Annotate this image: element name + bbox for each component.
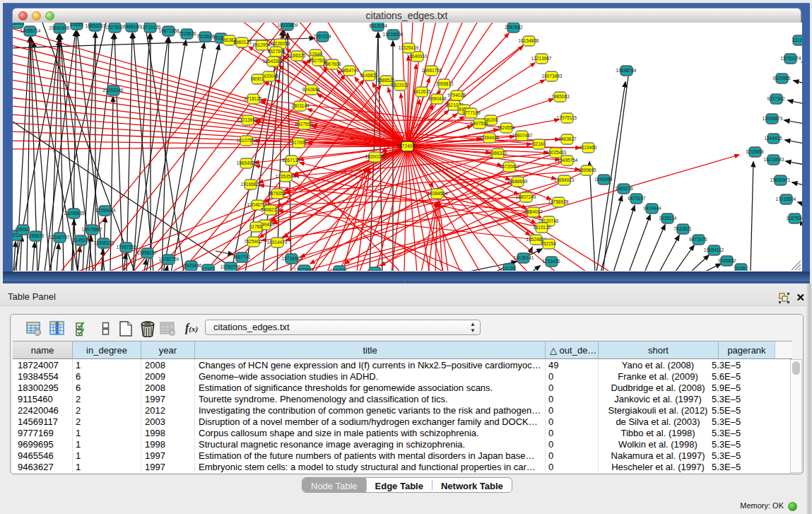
- svg-text:9474444: 9474444: [643, 206, 661, 211]
- svg-text:3824554: 3824554: [497, 125, 515, 130]
- svg-text:18724007: 18724007: [397, 144, 418, 148]
- svg-text:8322037: 8322037: [391, 83, 409, 88]
- svg-text:2935114: 2935114: [659, 216, 677, 221]
- svg-text:8813054: 8813054: [369, 23, 387, 28]
- svg-text:12213967: 12213967: [531, 56, 552, 61]
- svg-text:9794028: 9794028: [447, 93, 466, 98]
- svg-text:20364436: 20364436: [479, 135, 500, 140]
- svg-text:18807249: 18807249: [516, 194, 536, 199]
- svg-text:19654923: 19654923: [554, 177, 575, 182]
- svg-text:12342757: 12342757: [49, 235, 70, 240]
- svg-text:12905135: 12905135: [94, 240, 114, 245]
- svg-text:1527602: 1527602: [105, 25, 124, 30]
- svg-text:16671358: 16671358: [159, 28, 180, 33]
- svg-text:10654112: 10654112: [704, 247, 724, 252]
- svg-text:12923: 12923: [368, 269, 381, 271]
- svg-text:7632621: 7632621: [673, 226, 692, 231]
- svg-text:11123: 11123: [792, 37, 802, 42]
- svg-text:10648784: 10648784: [616, 68, 637, 73]
- svg-text:12923446: 12923446: [294, 267, 314, 271]
- svg-text:10973493: 10973493: [542, 74, 563, 78]
- svg-text:9146821: 9146821: [360, 73, 378, 78]
- svg-text:9327505: 9327505: [267, 49, 286, 54]
- svg-text:9227342: 9227342: [767, 96, 785, 101]
- svg-text:62160: 62160: [533, 141, 546, 146]
- svg-text:98901: 98901: [251, 76, 264, 81]
- svg-text:16065: 16065: [13, 23, 24, 25]
- svg-text:17957265: 17957265: [117, 245, 137, 250]
- svg-text:19756928: 19756928: [548, 199, 569, 204]
- svg-text:9245652: 9245652: [718, 258, 736, 263]
- svg-text:6497568: 6497568: [470, 121, 488, 126]
- svg-text:2087682: 2087682: [505, 25, 523, 30]
- svg-text:12213969: 12213969: [237, 117, 258, 122]
- svg-text:17359924: 17359924: [95, 208, 116, 213]
- svg-text:16961758: 16961758: [422, 68, 442, 73]
- svg-text:16210643: 16210643: [764, 157, 784, 162]
- svg-text:9463627: 9463627: [558, 136, 577, 141]
- svg-text:15716485: 15716485: [282, 256, 302, 261]
- svg-text:15226058: 15226058: [270, 41, 290, 46]
- svg-text:8960125: 8960125: [233, 40, 252, 45]
- svg-text:16938: 16938: [333, 268, 346, 271]
- svg-text:12923: 12923: [202, 267, 215, 271]
- svg-text:8990448: 8990448: [428, 96, 447, 101]
- svg-text:8878352: 8878352: [268, 191, 286, 196]
- svg-text:5498222: 5498222: [261, 207, 279, 212]
- svg-text:2718126: 2718126: [244, 96, 262, 101]
- svg-text:7485063: 7485063: [551, 94, 570, 99]
- svg-text:9884067: 9884067: [524, 209, 543, 214]
- svg-text:10782759: 10782759: [220, 264, 241, 269]
- svg-text:19654925: 19654925: [237, 160, 257, 165]
- svg-text:14136141: 14136141: [514, 255, 534, 260]
- svg-text:16107552: 16107552: [237, 138, 257, 143]
- svg-text:10653267: 10653267: [86, 23, 106, 28]
- svg-text:19218506: 19218506: [383, 32, 404, 37]
- svg-text:1689238: 1689238: [615, 186, 633, 191]
- svg-text:252254: 252254: [541, 241, 556, 246]
- svg-text:8471676: 8471676: [689, 237, 707, 242]
- svg-text:7357224: 7357224: [313, 34, 331, 39]
- svg-text:1615132: 1615132: [533, 225, 551, 230]
- svg-text:11325419: 11325419: [399, 45, 419, 50]
- svg-text:7625402: 7625402: [244, 239, 262, 244]
- svg-text:10719135: 10719135: [141, 25, 161, 30]
- svg-text:15495754: 15495754: [558, 158, 578, 163]
- svg-text:16914479: 16914479: [267, 240, 288, 245]
- svg-text:1244415: 1244415: [764, 136, 782, 141]
- svg-text:1733426: 1733426: [542, 259, 560, 264]
- svg-text:1167534: 1167534: [787, 216, 802, 221]
- svg-text:15751074: 15751074: [781, 56, 801, 61]
- svg-text:20206535: 20206535: [64, 211, 85, 216]
- svg-text:19384554: 19384554: [428, 191, 448, 196]
- svg-text:3215958: 3215958: [746, 149, 764, 154]
- svg-text:15720407: 15720407: [500, 164, 520, 169]
- svg-text:2967608: 2967608: [323, 62, 341, 66]
- svg-text:8186325: 8186325: [288, 53, 306, 58]
- svg-text:1588520: 1588520: [377, 78, 395, 83]
- svg-text:8454749: 8454749: [341, 68, 359, 73]
- svg-text:12093873: 12093873: [763, 116, 783, 121]
- svg-text:9242848: 9242848: [302, 87, 320, 92]
- svg-text:21053346: 21053346: [103, 88, 124, 93]
- svg-text:18300295: 18300295: [365, 154, 386, 159]
- svg-text:10655: 10655: [70, 23, 83, 27]
- svg-text:6899695: 6899695: [578, 168, 596, 173]
- svg-text:12975115: 12975115: [557, 115, 577, 120]
- svg-text:16154808: 16154808: [519, 38, 539, 43]
- svg-text:8267130: 8267130: [282, 158, 300, 163]
- svg-text:7515526: 7515526: [178, 31, 196, 36]
- svg-text:7955812: 7955812: [435, 81, 454, 86]
- svg-text:9115460: 9115460: [579, 145, 597, 150]
- svg-text:15692971: 15692971: [770, 177, 791, 182]
- svg-text:12923446: 12923446: [182, 263, 202, 268]
- svg-text:8427552: 8427552: [295, 122, 313, 127]
- svg-text:7986322: 7986322: [489, 151, 507, 156]
- svg-text:114519: 114519: [73, 238, 88, 243]
- svg-text:20691406: 20691406: [49, 25, 70, 30]
- svg-text:9777169: 9777169: [462, 110, 481, 115]
- svg-text:635061: 635061: [15, 227, 30, 232]
- svg-text:2803144: 2803144: [291, 103, 310, 108]
- svg-text:9329966: 9329966: [772, 76, 791, 81]
- svg-text:10688609: 10688609: [507, 179, 528, 184]
